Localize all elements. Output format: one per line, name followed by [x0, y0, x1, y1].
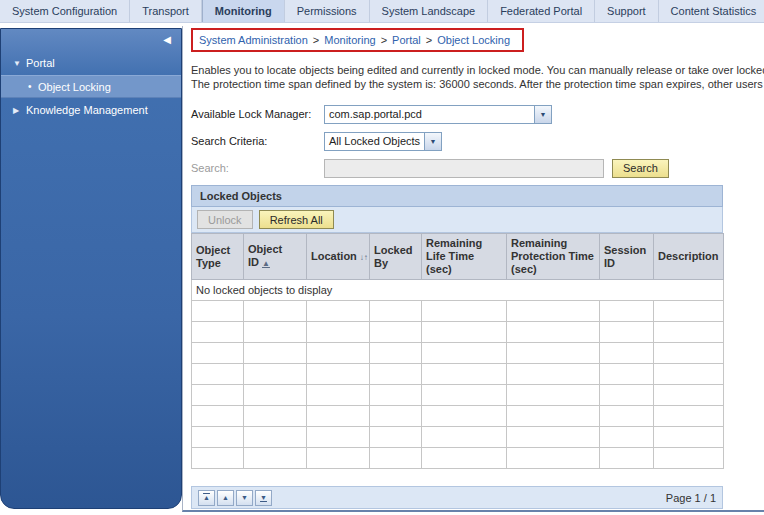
first-page-button[interactable]: ▲	[198, 490, 215, 506]
tab-system-configuration[interactable]: System Configuration	[0, 0, 130, 22]
sidebar-item-label: Object Locking	[38, 81, 111, 93]
table-cell	[422, 343, 507, 364]
unlock-button[interactable]: Unlock	[197, 210, 253, 229]
page-indicator: Page 1 / 1	[666, 492, 716, 504]
breadcrumb-system-administration[interactable]: System Administration	[199, 34, 308, 46]
lock-manager-label: Available Lock Manager:	[191, 108, 324, 120]
table-toolbar: Unlock Refresh All	[191, 207, 723, 233]
table-cell	[507, 364, 600, 385]
first-page-icon: ▲	[203, 494, 210, 501]
top-tabbar: System Configuration Transport Monitorin…	[0, 0, 764, 23]
table-cell	[307, 322, 370, 343]
tab-content-statistics[interactable]: Content Statistics	[659, 0, 764, 22]
table-cell	[600, 301, 654, 322]
sidebar-item-object-locking[interactable]: • Object Locking	[1, 75, 181, 98]
table-cell	[422, 406, 507, 427]
last-page-button[interactable]: ▼	[255, 490, 272, 506]
search-button[interactable]: Search	[612, 159, 669, 178]
tab-federated-portal[interactable]: Federated Portal	[488, 0, 595, 22]
sidebar-item-portal[interactable]: ▼ Portal	[1, 51, 181, 75]
table-cell	[654, 427, 724, 448]
table-cell	[654, 448, 724, 469]
collapsed-triangle-icon[interactable]: ▶	[13, 106, 26, 115]
table-cell	[507, 343, 600, 364]
breadcrumb-object-locking[interactable]: Object Locking	[437, 34, 510, 46]
table-row	[192, 301, 724, 322]
tab-system-landscape[interactable]: System Landscape	[370, 0, 489, 22]
sort-icon[interactable]: ↓↑	[360, 253, 368, 262]
table-cell	[244, 343, 307, 364]
empty-message: No locked objects to display	[192, 280, 724, 301]
breadcrumb-separator: >	[381, 34, 387, 46]
column-header-remaining-life-time[interactable]: Remaining Life Time (sec)	[422, 234, 507, 280]
table-cell	[654, 343, 724, 364]
sidebar-item-knowledge-management[interactable]: ▶ Knowledge Management	[1, 98, 181, 122]
description-text: Enables you to locate objects being edit…	[191, 63, 764, 91]
search-criteria-label: Search Criteria:	[191, 135, 324, 147]
table-cell	[307, 427, 370, 448]
table-cell	[370, 301, 422, 322]
tab-permissions[interactable]: Permissions	[285, 0, 370, 22]
chevron-down-icon[interactable]: ▼	[424, 133, 441, 150]
next-page-button[interactable]: ▼	[236, 490, 253, 506]
search-input[interactable]	[324, 159, 604, 178]
chevron-down-icon[interactable]: ▼	[534, 106, 551, 123]
expanded-triangle-icon[interactable]: ▼	[13, 59, 26, 68]
table-cell	[600, 385, 654, 406]
table-cell	[307, 343, 370, 364]
table-row	[192, 427, 724, 448]
sidebar-item-label: Knowledge Management	[26, 104, 148, 116]
column-header-object-id[interactable]: Object ID▲	[244, 234, 307, 280]
table-cell	[307, 406, 370, 427]
tab-monitoring[interactable]: Monitoring	[202, 0, 285, 22]
previous-page-button[interactable]: ▲	[217, 490, 234, 506]
breadcrumb-portal[interactable]: Portal	[392, 34, 421, 46]
table-row	[192, 448, 724, 469]
table-cell	[307, 448, 370, 469]
table-row	[192, 385, 724, 406]
description-line-2: The protection time span defined by the …	[191, 77, 764, 91]
tab-transport[interactable]: Transport	[130, 0, 202, 22]
table-cell	[244, 322, 307, 343]
refresh-all-button[interactable]: Refresh All	[259, 210, 334, 229]
table-cell	[192, 364, 244, 385]
table-cell	[244, 406, 307, 427]
lock-manager-select[interactable]: com.sap.portal.pcd ▼	[324, 105, 552, 124]
column-label: Remaining Life Time (sec)	[426, 237, 482, 275]
column-header-remaining-protection-time[interactable]: Remaining Protection Time (sec)	[507, 234, 600, 280]
table-cell	[370, 364, 422, 385]
table-cell	[600, 406, 654, 427]
sort-ascending-icon[interactable]: ▲	[262, 259, 270, 268]
tab-support[interactable]: Support	[595, 0, 659, 22]
navigation-panel: ◀ ▼ Portal • Object Locking ▶ Knowledge …	[0, 28, 182, 509]
next-page-icon: ▼	[241, 494, 248, 501]
description-line-1: Enables you to locate objects being edit…	[191, 63, 764, 77]
table-cell	[307, 301, 370, 322]
column-header-locked-by[interactable]: Locked By	[370, 234, 422, 280]
table-cell	[654, 385, 724, 406]
breadcrumb-monitoring[interactable]: Monitoring	[324, 34, 375, 46]
column-header-session-id[interactable]: Session ID	[600, 234, 654, 280]
column-label: Remaining Protection Time (sec)	[511, 237, 594, 275]
table-cell	[600, 322, 654, 343]
table-cell	[654, 322, 724, 343]
column-label: Location	[311, 250, 357, 262]
search-criteria-select[interactable]: All Locked Objects ▼	[324, 132, 442, 151]
sidebar-item-label: Portal	[26, 57, 55, 69]
table-cell	[507, 406, 600, 427]
breadcrumb-separator: >	[313, 34, 319, 46]
table-cell	[307, 385, 370, 406]
column-label: Description	[658, 250, 719, 262]
column-header-object-type[interactable]: Object Type	[192, 234, 244, 280]
table-cell	[244, 364, 307, 385]
column-header-location[interactable]: Location↓↑	[307, 234, 370, 280]
collapse-panel-button[interactable]: ◀	[163, 33, 171, 47]
table-cell	[192, 343, 244, 364]
table-footer: ▲ ▲ ▼ ▼ Page 1 / 1	[191, 486, 723, 509]
column-header-description[interactable]: Description	[654, 234, 724, 280]
table-cell	[192, 427, 244, 448]
breadcrumb-separator: >	[426, 34, 432, 46]
table-cell	[654, 364, 724, 385]
table-cell	[370, 343, 422, 364]
column-label: Locked By	[374, 244, 413, 269]
